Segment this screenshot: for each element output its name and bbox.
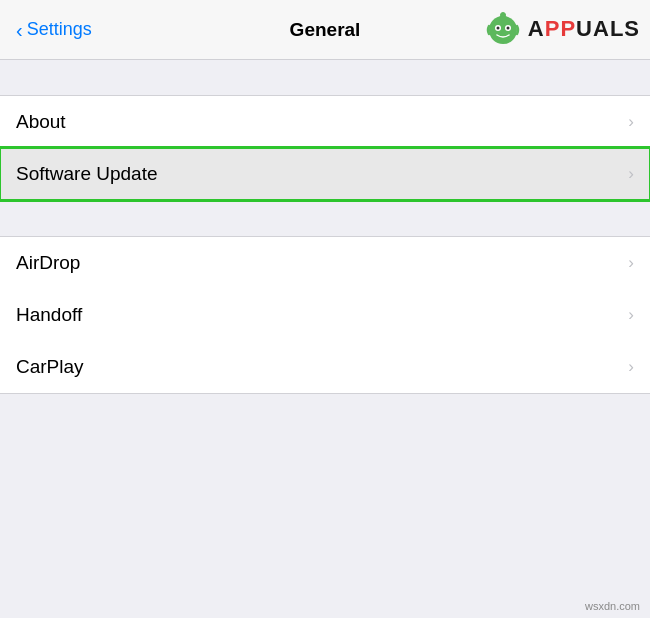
back-label: Settings — [27, 19, 92, 40]
software-update-chevron-icon: › — [628, 164, 634, 184]
bottom-watermark: wsxdn.com — [585, 600, 640, 612]
top-spacer — [0, 60, 650, 95]
watermark-text: APPUALS — [528, 16, 640, 42]
settings-row-carplay[interactable]: CarPlay › — [0, 341, 650, 393]
middle-spacer — [0, 201, 650, 236]
settings-group-2: AirDrop › Handoff › CarPlay › — [0, 236, 650, 394]
page-title: General — [290, 19, 361, 41]
airdrop-label: AirDrop — [16, 252, 80, 274]
settings-row-software-update[interactable]: Software Update › — [0, 148, 650, 200]
back-chevron-icon: ‹ — [16, 20, 23, 40]
carplay-chevron-icon: › — [628, 357, 634, 377]
back-button[interactable]: ‹ Settings — [16, 19, 92, 40]
about-chevron-icon: › — [628, 112, 634, 132]
settings-group-1: About › Software Update › — [0, 95, 650, 201]
handoff-label: Handoff — [16, 304, 82, 326]
handoff-chevron-icon: › — [628, 305, 634, 325]
watermark-logo: APPUALS — [482, 8, 640, 50]
watermark-icon — [482, 8, 524, 50]
svg-point-3 — [496, 27, 499, 30]
svg-point-6 — [500, 13, 505, 18]
about-label: About — [16, 111, 66, 133]
settings-row-handoff[interactable]: Handoff › — [0, 289, 650, 341]
settings-row-airdrop[interactable]: AirDrop › — [0, 237, 650, 289]
svg-point-4 — [506, 27, 509, 30]
settings-row-about[interactable]: About › — [0, 96, 650, 148]
software-update-label: Software Update — [16, 163, 158, 185]
carplay-label: CarPlay — [16, 356, 84, 378]
airdrop-chevron-icon: › — [628, 253, 634, 273]
